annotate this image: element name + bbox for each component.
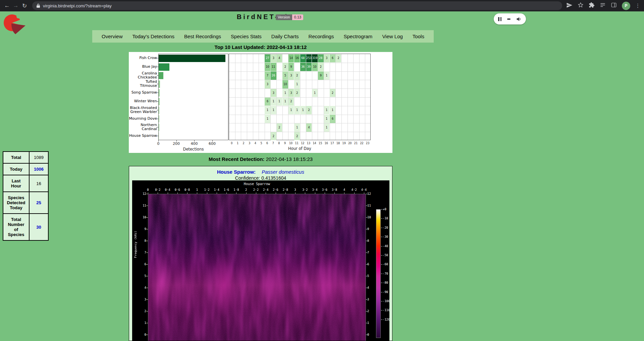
heatmap-cell: 253 <box>306 54 312 63</box>
browser-menu-icon[interactable]: ⋮ <box>635 3 640 9</box>
spectrogram-y-tick <box>366 299 368 300</box>
extensions-puzzle-icon[interactable] <box>589 2 595 9</box>
hour-tick-label: 21 <box>354 142 358 145</box>
hour-tick-label: 15 <box>319 142 322 145</box>
send-icon[interactable] <box>566 2 573 10</box>
detection-confidence: Confidence: 0.41351604 <box>129 175 392 181</box>
species-tick <box>157 84 158 84</box>
detection-scientific-name[interactable]: Passer domesticus <box>262 169 304 175</box>
url-text: virginia.birdnetpi.com/?stream=play <box>43 3 112 8</box>
nav-item-recordings[interactable]: Recordings <box>309 34 334 39</box>
spectrogram-x-tick-label: 4·2 <box>352 188 357 191</box>
audio-player[interactable] <box>494 13 526 24</box>
nav-bar: OverviewToday's DetectionsBest Recording… <box>92 30 434 43</box>
reading-list-icon[interactable] <box>600 2 606 9</box>
volume-icon[interactable] <box>516 17 522 21</box>
stats-row: Species Detected Today25 <box>3 192 48 214</box>
spectrogram-y-tick <box>146 194 148 194</box>
nav-item-view-log[interactable]: View Log <box>382 34 402 39</box>
stats-value[interactable]: 1006 <box>29 163 48 175</box>
seek-bar[interactable] <box>507 18 511 20</box>
nav-item-tools[interactable]: Tools <box>413 34 424 39</box>
address-bar[interactable]: virginia.birdnetpi.com/?stream=play <box>32 1 562 10</box>
side-panel-icon[interactable] <box>611 2 617 9</box>
nav-item-best-recordings[interactable]: Best Recordings <box>184 34 221 39</box>
species-tick <box>157 110 158 110</box>
spectrogram-x-tick <box>148 192 148 194</box>
spectrogram-x-tick <box>246 192 247 194</box>
bookmark-star-icon[interactable] <box>578 2 584 9</box>
hour-tick-label: 14 <box>313 142 316 145</box>
heatmap-cell: 5 <box>282 71 288 80</box>
stats-value[interactable]: 25 <box>29 192 48 214</box>
spectrogram-x-tick <box>217 192 217 194</box>
heatmap-cell: 3 <box>324 54 330 63</box>
forward-icon[interactable]: → <box>11 2 20 9</box>
nav-item-daily-charts[interactable]: Daily Charts <box>271 34 299 39</box>
stats-value[interactable]: 30 <box>29 214 48 240</box>
bar-x-tick-label: 600 <box>209 141 216 146</box>
recent-detection-value: 2022-04-13 18:15:23 <box>266 156 313 162</box>
hour-tick-label: 19 <box>342 142 346 145</box>
heatmap-gridline <box>353 54 354 140</box>
hour-tick-label: 12 <box>301 142 304 145</box>
heatmap-gridline <box>253 54 253 140</box>
nav-item-overview[interactable]: Overview <box>102 34 123 39</box>
heatmap-gridline <box>335 54 336 140</box>
detections-bar <box>159 107 159 114</box>
stats-value: 1089 <box>29 152 48 163</box>
version-badge: Version 0.13 <box>276 14 303 20</box>
heatmap-cell: 9 <box>318 71 324 80</box>
nav-item-spectrogram[interactable]: Spectrogram <box>343 34 372 39</box>
heatmap-cell: 27 <box>265 54 270 63</box>
spectrogram-y-tick-label: 12 <box>135 192 146 195</box>
species-label: Blue Jay <box>129 65 157 69</box>
spectrogram-y-tick <box>366 323 368 323</box>
colorbar-tick <box>381 274 382 274</box>
colorbar-tick-label: -120 <box>383 318 389 321</box>
colorbar-tick-label: -110 <box>383 308 389 312</box>
heatmap-cell: 3 <box>271 89 276 97</box>
hour-tick-label: 16 <box>325 142 328 145</box>
heatmap-cell: 1 <box>300 106 306 114</box>
spectrogram-y-tick <box>146 311 148 311</box>
detection-species[interactable]: House Sparrow: <box>217 169 256 175</box>
nav-item-species-stats[interactable]: Species Stats <box>231 34 262 39</box>
stats-row: Today1006 <box>3 163 48 175</box>
heatmap-cell: 2 <box>271 132 276 140</box>
spectrogram-y-tick <box>366 264 368 265</box>
spectrogram-x-tick-label: 2·8 <box>283 188 288 191</box>
detections-bar <box>159 124 159 131</box>
spectrogram-y-tick-label: 6 <box>135 263 146 266</box>
profile-avatar[interactable]: P <box>622 2 630 10</box>
reload-icon[interactable]: ↻ <box>20 2 29 9</box>
species-label: Mourning Dove <box>129 117 157 121</box>
toolbar-icons: P ⋮ <box>566 2 640 10</box>
colorbar-tick-label: -70 <box>383 272 388 275</box>
heatmap-gridline <box>259 54 259 140</box>
colorbar-tick-label: -50 <box>383 253 388 257</box>
spectrogram-x-tick <box>285 192 286 194</box>
heatmap-cell: 2 <box>277 123 282 132</box>
species-label: House Sparrow <box>129 134 157 138</box>
back-icon[interactable]: ← <box>3 2 11 9</box>
heatmap-cell: 2 <box>330 89 335 97</box>
pause-icon[interactable] <box>498 17 501 21</box>
spectrogram-y-tick-label: 11 <box>367 204 379 207</box>
species-label: Tufted Titmouse <box>129 80 157 88</box>
spectrogram-x-tick <box>295 192 296 194</box>
hour-tick-label: 18 <box>336 142 340 145</box>
spectrogram-y-tick-label: 4 <box>367 286 379 289</box>
spectrogram-x-tick-label: 0·6 <box>175 188 180 191</box>
spectrogram-x-tick-label: 2·6 <box>273 188 278 191</box>
hour-tick-label: 9 <box>284 142 286 145</box>
nav-item-today-s-detections[interactable]: Today's Detections <box>132 34 174 39</box>
heatmap-cell: 1 <box>271 98 276 106</box>
spectrogram-x-tick-label: 3·8 <box>332 188 337 191</box>
spectrogram-y-tick-label: 7 <box>135 251 146 254</box>
spectrogram-title: House Sparrow <box>148 182 366 186</box>
spectrogram-y-tick <box>366 252 368 253</box>
species-label: Song Sparrow <box>129 91 157 95</box>
spectrogram-x-tick-label: 3·4 <box>312 188 317 191</box>
colorbar-tick <box>381 292 382 292</box>
